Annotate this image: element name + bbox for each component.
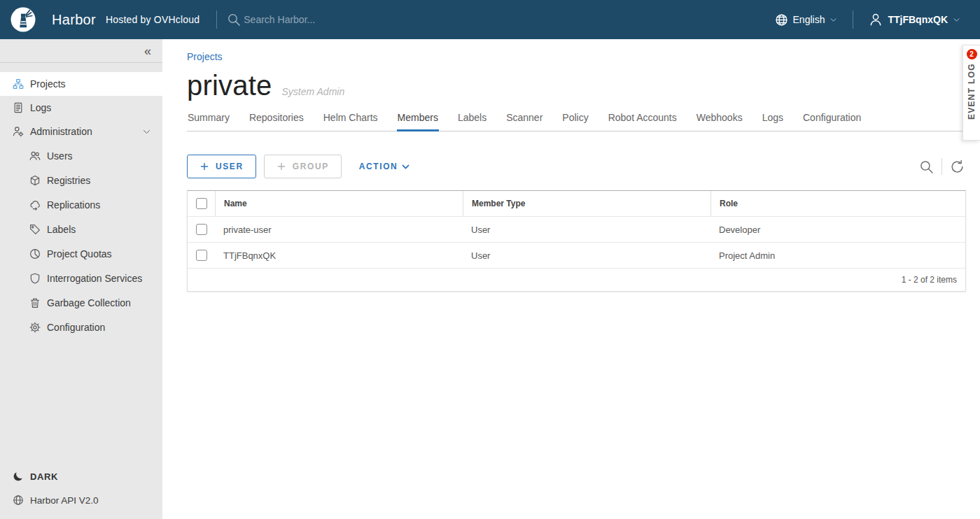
row-checkbox[interactable]	[196, 250, 207, 261]
row-checkbox[interactable]	[196, 224, 207, 235]
moon-icon	[13, 471, 24, 482]
sidebar-subitem-label: Replications	[47, 199, 100, 211]
page-title: private	[187, 70, 272, 101]
sidebar-collapse-row: «	[0, 39, 162, 63]
event-log-badge: 2	[967, 49, 977, 59]
table-footer: 1 - 2 of 2 items	[188, 268, 965, 291]
administrator-icon	[13, 126, 24, 137]
replications-icon	[29, 199, 41, 211]
tab-helm-charts[interactable]: Helm Charts	[323, 112, 379, 131]
tab-configuration[interactable]: Configuration	[802, 112, 862, 131]
theme-toggle-label: DARK	[30, 471, 58, 482]
table-row[interactable]: private-user User Developer	[188, 216, 965, 242]
tab-repositories[interactable]: Repositories	[248, 112, 304, 131]
sidebar-subitem-label: Garbage Collection	[47, 297, 131, 308]
shield-icon	[29, 273, 41, 284]
title-role-badge: System Admin	[281, 86, 344, 97]
chevron-down-icon	[401, 162, 410, 171]
sidebar-subitem-label: Configuration	[47, 322, 105, 333]
app-subtitle: Hosted by OVHcloud	[106, 14, 200, 25]
theme-toggle[interactable]: DARK	[0, 464, 162, 488]
language-menu[interactable]: English	[775, 13, 838, 27]
registries-icon	[29, 175, 41, 186]
table-row[interactable]: TTjFBqnxQK User Project Admin	[188, 242, 965, 268]
refresh-icon[interactable]	[950, 159, 965, 174]
cell-name: private-user	[215, 225, 463, 235]
sidebar-subitem-label: Registries	[47, 175, 90, 186]
sidebar-item-projects[interactable]: Projects	[0, 72, 162, 96]
tab-scanner[interactable]: Scanner	[505, 112, 543, 131]
sidebar-item-project-quotas[interactable]: Project Quotas	[0, 241, 162, 266]
tab-policy[interactable]: Policy	[561, 112, 589, 131]
sidebar-item-labels[interactable]: Labels	[0, 217, 162, 241]
app-title[interactable]: Harbor	[52, 12, 96, 28]
tab-labels[interactable]: Labels	[457, 112, 487, 131]
globe-icon	[775, 13, 788, 27]
sidebar-item-garbage-collection[interactable]: Garbage Collection	[0, 290, 162, 315]
harbor-logo-icon[interactable]	[10, 6, 36, 33]
logs-icon	[13, 102, 24, 113]
administration-submenu: Users Registries Replications Labels Pro…	[0, 143, 162, 339]
tab-robot-accounts[interactable]: Robot Accounts	[608, 112, 678, 131]
api-link[interactable]: Harbor API V2.0	[0, 488, 162, 512]
harbor-app: Harbor Hosted by OVHcloud English TTjFBq…	[0, 0, 980, 519]
chevron-down-icon	[830, 16, 837, 24]
cell-name: TTjFBqnxQK	[215, 250, 463, 261]
sidebar-item-interrogation-services[interactable]: Interrogation Services	[0, 266, 162, 290]
search-icon	[227, 13, 241, 27]
sidebar-bottom: DARK Harbor API V2.0	[0, 464, 162, 519]
toolbar-divider	[941, 158, 942, 175]
sidebar-collapse-icon[interactable]: «	[144, 45, 151, 57]
sidebar-item-label: Administration	[30, 126, 92, 137]
chevron-down-icon	[953, 16, 960, 24]
tab-members[interactable]: Members	[397, 112, 439, 131]
add-user-button[interactable]: USER	[187, 155, 256, 178]
tab-logs[interactable]: Logs	[762, 112, 784, 131]
add-group-button[interactable]: GROUP	[264, 155, 342, 178]
sidebar-subitem-label: Project Quotas	[47, 248, 112, 260]
select-all-checkbox[interactable]	[196, 198, 207, 209]
action-dropdown[interactable]: ACTION	[359, 162, 411, 171]
sidebar-item-label: Logs	[30, 102, 51, 113]
sidebar-subitem-label: Labels	[47, 224, 76, 235]
column-header-name[interactable]: Name	[215, 191, 463, 216]
sidebar-item-replications[interactable]: Replications	[0, 192, 162, 217]
cell-member-type: User	[463, 250, 710, 261]
pagination-summary: 1 - 2 of 2 items	[902, 275, 957, 285]
sidebar-nav: Projects Logs Administration Users Regis…	[0, 72, 162, 339]
sidebar-item-registries[interactable]: Registries	[0, 168, 162, 192]
sidebar-subitem-label: Users	[47, 150, 73, 162]
sidebar: « Projects Logs Administration Users Reg…	[0, 39, 162, 519]
event-log-tab[interactable]: 2 EVENT LOG	[962, 45, 980, 141]
table-header-row: Name Member Type Role	[188, 191, 965, 216]
sidebar-item-logs[interactable]: Logs	[0, 96, 162, 120]
chevron-down-icon	[142, 127, 151, 136]
sidebar-item-configuration[interactable]: Configuration	[0, 315, 162, 339]
user-menu[interactable]: TTjFBqnxQK	[869, 13, 960, 27]
cell-role: Project Admin	[710, 250, 965, 261]
column-header-role[interactable]: Role	[710, 191, 965, 216]
global-search-input[interactable]	[244, 14, 405, 25]
tab-webhooks[interactable]: Webhooks	[696, 112, 743, 131]
sidebar-item-users[interactable]: Users	[0, 143, 162, 168]
filter-search-icon[interactable]	[919, 159, 934, 174]
app-header: Harbor Hosted by OVHcloud English TTjFBq…	[0, 0, 980, 39]
sidebar-item-label: Projects	[30, 78, 66, 90]
gear-icon	[29, 322, 41, 333]
event-log-label: EVENT LOG	[967, 63, 976, 120]
language-label: English	[793, 14, 825, 25]
main-content: Projects private System Admin Summary Re…	[162, 39, 980, 519]
tab-summary[interactable]: Summary	[187, 112, 230, 131]
header-divider	[216, 10, 217, 29]
global-search	[227, 13, 405, 27]
select-all-cell	[188, 191, 215, 216]
api-link-label: Harbor API V2.0	[30, 495, 99, 506]
breadcrumb[interactable]: Projects	[187, 51, 223, 62]
project-tabs: Summary Repositories Helm Charts Members…	[187, 112, 966, 131]
user-icon	[869, 13, 883, 27]
cell-member-type: User	[463, 225, 710, 235]
sidebar-item-administration[interactable]: Administration	[0, 120, 162, 143]
organization-icon	[13, 78, 24, 90]
members-table: Name Member Type Role private-user User …	[187, 190, 966, 292]
column-header-member-type[interactable]: Member Type	[463, 191, 710, 216]
